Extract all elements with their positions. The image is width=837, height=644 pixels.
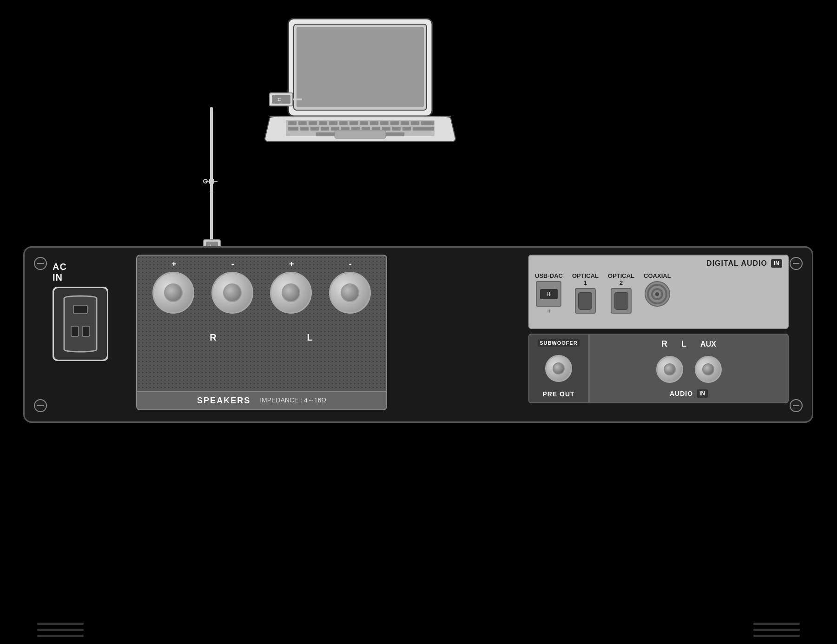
svg-rect-10	[349, 121, 358, 125]
svg-rect-2	[297, 27, 424, 107]
svg-rect-15	[401, 121, 409, 125]
bottom-line-left-3	[37, 635, 84, 637]
rca-knobs-row	[656, 356, 722, 383]
svg-rect-28	[392, 127, 401, 131]
svg-rect-49	[82, 326, 90, 336]
terminal-plus-2: +	[289, 259, 294, 269]
terminal-knob-4	[329, 272, 371, 314]
svg-rect-12	[370, 121, 378, 125]
usb-below-symbol: ⌗	[547, 307, 551, 315]
svg-rect-35	[272, 95, 290, 104]
speakers-label: SPEAKERS	[197, 396, 250, 406]
subwoofer-rca-knob	[545, 355, 572, 382]
ac-in-label: AC IN	[53, 262, 127, 283]
usb-port-inner: ⌗	[540, 289, 558, 299]
usb-connector-laptop: ⌗	[267, 91, 304, 109]
svg-rect-32	[335, 130, 386, 138]
optical1-sub-text: 1	[584, 279, 587, 286]
digital-audio-section: DIGITAL AUDIO IN USB-DAC ⌗ ⌗ OPTICAL	[528, 255, 789, 329]
audio-label: AUDIO	[670, 390, 693, 397]
svg-rect-5	[298, 121, 307, 125]
terminal-knob-3	[270, 272, 312, 314]
bottom-lines-left	[37, 623, 84, 637]
svg-rect-21	[321, 127, 329, 131]
screw-bottom-left	[34, 399, 47, 412]
bottom-lines-right	[753, 623, 800, 637]
svg-rect-4	[288, 121, 297, 125]
svg-rect-8	[329, 121, 337, 125]
svg-rect-30	[413, 127, 434, 131]
ac-in-section: AC IN	[53, 262, 127, 401]
terminal-minus-1: -	[231, 259, 234, 269]
analog-section: SUBWOOFER PRE OUT R L AUX AUDIO	[528, 334, 789, 403]
ac-label-line1: AC	[53, 262, 67, 272]
svg-rect-9	[339, 121, 348, 125]
optical2-port	[611, 288, 632, 314]
terminal-knob-3-inner	[282, 283, 300, 302]
usb-dac-connector-group: USB-DAC ⌗ ⌗	[535, 272, 563, 307]
terminal-plus-1: +	[171, 259, 177, 269]
subwoofer-rca-inner	[553, 362, 565, 375]
svg-rect-14	[390, 121, 399, 125]
right-channel-label: R	[210, 332, 217, 343]
bottom-line-left-1	[37, 623, 84, 625]
optical1-port	[575, 288, 596, 314]
pre-out-box: SUBWOOFER PRE OUT	[528, 334, 589, 403]
svg-rect-47	[73, 305, 87, 314]
svg-rect-13	[380, 121, 389, 125]
audio-in-box: R L AUX AUDIO IN	[589, 334, 789, 403]
rca-r-knob	[656, 356, 683, 383]
svg-rect-17	[421, 121, 434, 125]
svg-rect-18	[288, 127, 298, 131]
optical2-connector-group: OPTICAL 2	[608, 272, 634, 314]
optical2-label-text: OPTICAL	[608, 272, 634, 279]
digital-audio-title: DIGITAL AUDIO	[706, 259, 767, 268]
bottom-line-left-2	[37, 629, 84, 631]
svg-rect-7	[319, 121, 327, 125]
rca-l-knob	[695, 356, 722, 383]
l-label: L	[681, 339, 686, 349]
terminal-knob-2	[211, 272, 253, 314]
amplifier-body: AC IN + - + -	[23, 246, 813, 423]
pre-out-label: PRE OUT	[542, 390, 574, 398]
screw-bottom-right	[790, 399, 803, 412]
optical1-label-text: OPTICAL	[572, 272, 599, 279]
optical1-inner	[578, 292, 592, 310]
aux-label: AUX	[700, 340, 716, 348]
optical2-inner	[614, 292, 628, 310]
usb-symbol-cable	[201, 177, 222, 200]
audio-in-badge: IN	[697, 389, 708, 398]
impedance-label: IMPEDANCE : 4～16Ω	[260, 396, 326, 405]
svg-rect-19	[300, 127, 309, 131]
left-channel-label: L	[307, 332, 313, 343]
bottom-line-right-2	[753, 629, 800, 631]
bottom-line-right-3	[753, 635, 800, 637]
svg-rect-11	[360, 121, 368, 125]
screw-top-right	[790, 257, 803, 270]
svg-text:⌗: ⌗	[277, 96, 281, 103]
optical2-label: OPTICAL 2	[608, 272, 634, 286]
coaxial-ring2	[651, 288, 663, 300]
connectors-row: USB-DAC ⌗ ⌗ OPTICAL 1	[535, 272, 782, 314]
usb-symbol-icon: ⌗	[547, 290, 551, 298]
usb-dac-port: ⌗ ⌗	[536, 281, 561, 307]
screw-top-left	[34, 257, 47, 270]
speakers-section: + - + - R L SPEAKERS	[136, 255, 387, 410]
coaxial-connector-group: COAXIAL	[644, 272, 671, 307]
coaxial-center	[655, 292, 659, 296]
iec-connector-svg	[57, 294, 104, 354]
rl-header-row: R L AUX	[661, 339, 716, 349]
rca-r-inner	[664, 363, 676, 375]
optical1-label: OPTICAL 1	[572, 272, 599, 286]
svg-marker-46	[210, 191, 213, 195]
usb-dac-label: USB-DAC	[535, 272, 563, 279]
subwoofer-label: SUBWOOFER	[538, 339, 580, 347]
optical1-connector-group: OPTICAL 1	[572, 272, 599, 314]
ac-label-line2: IN	[53, 272, 63, 283]
digital-audio-in-badge: IN	[771, 259, 782, 268]
svg-rect-48	[71, 326, 79, 336]
terminal-knob-1	[152, 272, 194, 314]
bottom-line-right-1	[753, 623, 800, 625]
audio-in-bottom-row: AUDIO IN	[670, 389, 708, 398]
r-label: R	[661, 339, 667, 349]
